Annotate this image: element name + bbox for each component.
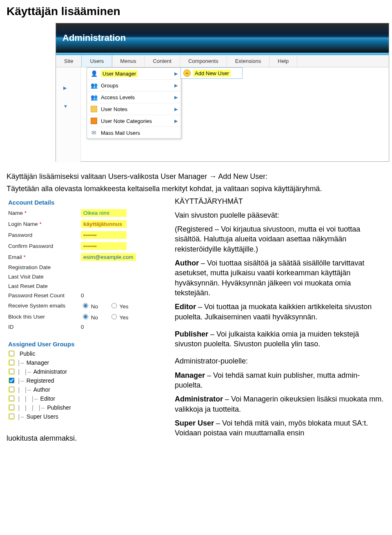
menu-menus[interactable]: Menus — [112, 55, 145, 67]
note-icon — [90, 105, 98, 113]
group-superusers: |— Super Users — [7, 412, 117, 421]
publisher-desc: Publisher – Voi julkaista kaikkia omia j… — [175, 329, 385, 349]
lastvisit-label: Last Visit Date — [8, 274, 78, 280]
mail-icon: ✉ — [90, 129, 98, 136]
password-value[interactable]: ••••••• — [81, 231, 127, 239]
group-icon: 👥 — [90, 82, 98, 89]
id-label: ID — [8, 324, 78, 330]
dropdown-user-manager[interactable]: 👤 User Manager ▶ — [87, 68, 181, 80]
superuser-desc: Super User – Voi tehdä mitä vain, myös b… — [175, 418, 385, 438]
sysmail-yes[interactable]: Yes — [109, 302, 129, 310]
row-block: Block this User No Yes — [7, 311, 170, 322]
dropdown-user-notes[interactable]: User Notes ▶ — [87, 103, 181, 115]
pwresetcount-label: Password Reset Count — [8, 292, 78, 299]
group-author: | |— Author — [7, 385, 117, 394]
intro-line1: Käyttäjän lisäämiseksi valitaan Users-va… — [7, 172, 385, 181]
name-value[interactable]: Oikea nimi — [81, 209, 127, 217]
id-value: 0 — [81, 324, 84, 330]
block-label: Block this User — [8, 314, 78, 320]
checkbox-registered[interactable] — [8, 377, 15, 384]
email-value[interactable]: esim@example.com — [81, 253, 136, 261]
admin-panel: Administration Site Users Menus Content … — [56, 23, 389, 162]
no-label: No — [91, 314, 98, 321]
row-lastvisit: Last Visit Date — [7, 272, 170, 281]
checkbox-editor[interactable] — [8, 395, 15, 402]
tree-indent: | |— — [17, 386, 31, 393]
group-label: Public — [20, 350, 35, 357]
assigned-user-groups: Assigned User Groups Public |— Manager |… — [7, 338, 117, 421]
editor-text: – Voi tuottaa ja muokata kaikkien artikk… — [175, 303, 372, 321]
manager-bold: Manager — [175, 371, 205, 379]
menu-content[interactable]: Content — [145, 55, 180, 67]
editor-desc: Editor – Voi tuottaa ja muokata kaikkien… — [175, 302, 385, 322]
sysmail-no[interactable]: No — [81, 302, 98, 310]
block-no[interactable]: No — [81, 313, 98, 321]
admin-header: Administration — [56, 23, 389, 53]
confirm-password-label: Confirm Password — [8, 243, 78, 249]
yes-label: Yes — [120, 303, 129, 310]
menu-help[interactable]: Help — [270, 55, 297, 67]
registered-desc: (Registered – Voi kirjautua sivustoon, m… — [175, 224, 385, 254]
login-value[interactable]: käyttäjätunnus — [81, 220, 127, 228]
manager-desc: Manager – Voi tehdä samat kuin publisher… — [175, 370, 385, 390]
intro-line2: Täytetään alla olevasta lomakkeesta kelt… — [7, 184, 385, 194]
tree-indent: |— — [17, 377, 24, 384]
side-toggle: ▶ ▼ — [56, 67, 81, 162]
dropdown-label: User Manager — [101, 70, 138, 77]
publisher-bold: Publisher — [175, 330, 208, 338]
row-pwresetcount: Password Reset Count 0 — [7, 291, 170, 300]
submenu-add-new-user[interactable]: + Add New User — [181, 68, 242, 78]
group-label: Manager — [27, 359, 49, 366]
group-registered: |— Registered — [7, 376, 117, 385]
editor-bold: Editor — [175, 303, 196, 311]
user-group-descriptions: KÄYTTÄJÄRYHMÄT Vain sivuston puolelle pä… — [175, 196, 385, 442]
required-star: * — [24, 210, 27, 216]
row-lastreset: Last Reset Date — [7, 281, 170, 291]
confirm-password-value[interactable]: ••••••• — [81, 242, 127, 250]
menu-site[interactable]: Site — [56, 55, 82, 67]
checkbox-author[interactable] — [8, 386, 15, 393]
dropdown-mass-mail[interactable]: ✉ Mass Mail Users — [87, 127, 181, 138]
tree-indent: | | |— — [17, 395, 38, 402]
form-heading: Account Details — [7, 196, 170, 207]
login-label: Login Name — [8, 221, 38, 227]
checkbox-public[interactable] — [8, 350, 15, 357]
group-label: Author — [33, 386, 50, 393]
yes-label: Yes — [120, 314, 129, 321]
checkbox-manager[interactable] — [8, 359, 15, 366]
email-label: Email — [8, 254, 22, 260]
checkbox-superusers[interactable] — [8, 413, 15, 420]
group-editor: | | |— Editor — [7, 394, 117, 403]
menu-users[interactable]: Users — [81, 55, 112, 67]
menu-components[interactable]: Components — [180, 55, 227, 67]
superuser-bold: Super User — [175, 419, 214, 427]
regdate-label: Registration Date — [8, 264, 78, 270]
caret-right-icon[interactable]: ▶ — [56, 72, 80, 91]
group-icon: 👥 — [90, 94, 98, 101]
dropdown-label: Groups — [101, 82, 118, 89]
row-name: Name * Oikea nimi — [7, 207, 170, 218]
checkbox-administrator[interactable] — [8, 368, 15, 375]
checkbox-publisher[interactable] — [8, 404, 15, 411]
password-label: Password — [8, 232, 78, 238]
menu-extensions[interactable]: Extensions — [227, 55, 270, 67]
dropdown-user-note-categories[interactable]: User Note Categories ▶ — [87, 115, 181, 127]
group-label: Publisher — [47, 404, 71, 411]
name-label: Name — [8, 210, 23, 216]
menubar: Site Users Menus Content Components Exte… — [56, 55, 389, 67]
user-manager-submenu: + Add New User — [180, 67, 243, 79]
group-publisher: | | | |— Publisher — [7, 403, 117, 412]
plus-icon: + — [183, 69, 191, 77]
groups-heading: Assigned User Groups — [7, 338, 117, 349]
frontend-heading: Vain sivuston puolelle pääsevät: — [175, 210, 385, 220]
dropdown-groups[interactable]: 👥 Groups ▶ — [87, 80, 181, 91]
caret-down-icon[interactable]: ▼ — [56, 91, 80, 109]
row-confirm-password: Confirm Password ••••••• — [7, 241, 170, 252]
author-text: – Voi tuottaa sisältöä ja säätää sisällö… — [175, 259, 364, 297]
row-login: Login Name * käyttäjätunnus — [7, 218, 170, 230]
no-label: No — [91, 303, 98, 310]
block-yes[interactable]: Yes — [109, 313, 129, 321]
dropdown-access-levels[interactable]: 👥 Access Levels ▶ — [87, 91, 181, 103]
user-icon: 👤 — [90, 70, 98, 77]
administrator-bold: Administrator — [175, 395, 223, 403]
